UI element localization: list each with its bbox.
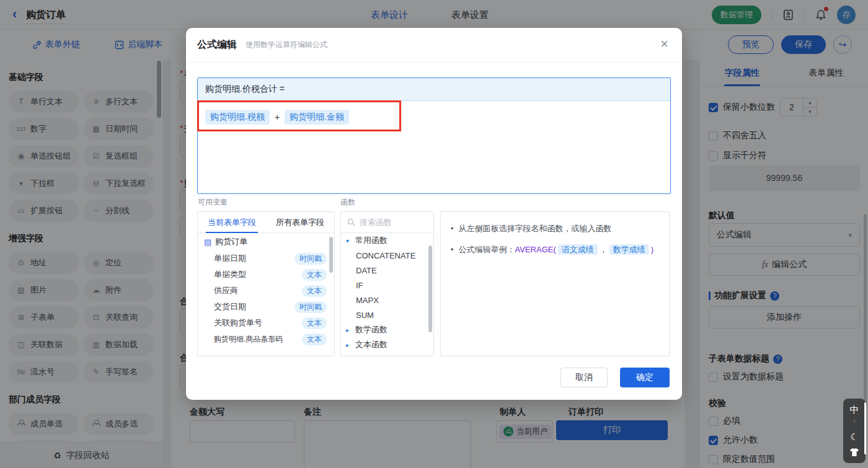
- formula-token-field[interactable]: 购货明细.税额: [205, 110, 270, 125]
- functions-panel: ▾ 常用函数 CONCATENATE DATE IF MAPX SUM ▸ 数学…: [340, 211, 434, 356]
- translate-lang-button[interactable]: 中: [850, 405, 859, 414]
- variable-row[interactable]: 供应商文本: [198, 283, 334, 299]
- variables-panel: 当前表单字段 所有表单字段 ▤ 购货订单 单据日期时间戳 单据类型文本 供应商文…: [197, 211, 335, 356]
- search-icon: [347, 218, 355, 226]
- variables-tree-root[interactable]: ▤ 购货订单: [198, 233, 334, 250]
- formula-edit-modal: 公式编辑 使用数学运算符编辑公式 × 购货明细.价税合计 = 购货明细.税额 +…: [186, 28, 682, 400]
- tip-text: 从左侧面板选择字段名和函数，或输入函数: [459, 222, 612, 236]
- function-group-text[interactable]: ▸ 文本函数: [341, 337, 433, 352]
- widget-scrollbar[interactable]: [864, 402, 866, 454]
- variable-type-badge: 文本: [302, 317, 327, 329]
- variable-type-badge: 时间戳: [294, 301, 327, 313]
- tip-text: 公式编辑举例：AVERAGE(语文成绩，数学成绩): [459, 243, 654, 257]
- formula-editor[interactable]: 购货明细.价税合计 = 购货明细.税额 + 购货明细.金额: [197, 77, 671, 194]
- confirm-button[interactable]: 确定: [620, 368, 670, 387]
- tab-all-form-fields[interactable]: 所有表单字段: [266, 212, 334, 232]
- theme-shirt-icon[interactable]: [849, 448, 859, 457]
- tree-root-label: 购货订单: [215, 236, 247, 247]
- tip-line-1: 从左侧面板选择字段名和函数，或输入函数: [451, 222, 659, 236]
- chevron-down-icon: ▾: [346, 237, 352, 244]
- variable-row[interactable]: 交货日期时间戳: [198, 299, 334, 315]
- variable-row[interactable]: 关联购货单号文本: [198, 315, 334, 331]
- function-group-label: 文本函数: [355, 339, 388, 350]
- function-search: [341, 212, 433, 233]
- example-field-chip: 数学成绩: [609, 244, 649, 255]
- chevron-right-icon: ▸: [346, 342, 352, 348]
- function-group-math[interactable]: ▸ 数学函数: [341, 322, 433, 337]
- dark-mode-moon-icon[interactable]: ☾: [850, 432, 858, 441]
- cancel-button[interactable]: 取消: [560, 368, 608, 387]
- formula-expression[interactable]: 购货明细.税额 + 购货明细.金额: [198, 101, 670, 133]
- function-item[interactable]: MAPX: [341, 293, 433, 307]
- formula-token-field[interactable]: 购货明细.金额: [285, 110, 349, 125]
- functions-scrollbar[interactable]: [428, 245, 432, 332]
- variable-row[interactable]: 单据日期时间戳: [198, 250, 334, 267]
- function-group-label: 常用函数: [355, 235, 388, 246]
- variables-section-label: 可用变量: [198, 197, 228, 208]
- variable-type-badge: 文本: [302, 269, 327, 281]
- function-item[interactable]: DATE: [341, 263, 433, 278]
- function-search-input[interactable]: [360, 218, 422, 227]
- variable-type-badge: 文本: [302, 333, 327, 345]
- toggle-mark-icon[interactable]: ʼ: [854, 420, 855, 426]
- variable-name: 单据类型: [214, 269, 246, 280]
- variable-name: 供应商: [214, 285, 238, 296]
- variable-type-badge: 文本: [302, 285, 327, 297]
- function-item[interactable]: SUM: [341, 307, 433, 322]
- modal-subtitle: 使用数学运算符编辑公式: [246, 40, 327, 50]
- functions-section-label: 函数: [340, 197, 355, 208]
- close-icon[interactable]: ×: [660, 37, 668, 51]
- modal-title: 公式编辑: [197, 38, 237, 51]
- function-item[interactable]: CONCATENATE: [341, 248, 433, 263]
- formula-target: 购货明细.价税合计 =: [205, 84, 285, 95]
- tip-line-2: 公式编辑举例：AVERAGE(语文成绩，数学成绩): [451, 243, 659, 257]
- function-item[interactable]: IF: [341, 278, 433, 293]
- variable-row[interactable]: 购货明细.商品条形码文本: [198, 331, 334, 347]
- tab-current-form-fields[interactable]: 当前表单字段: [198, 212, 266, 232]
- variable-name: 购货明细.商品条形码: [214, 334, 283, 345]
- function-group-label: 数学函数: [355, 324, 388, 335]
- function-name-example: AVERAGE(: [515, 245, 556, 254]
- variables-tabs: 当前表单字段 所有表单字段: [198, 212, 334, 233]
- function-group-common[interactable]: ▾ 常用函数: [341, 233, 433, 248]
- floating-extension-widget: 中 ʼ ☾: [843, 399, 866, 463]
- formula-operator: +: [275, 112, 280, 122]
- chevron-right-icon: ▸: [346, 327, 352, 333]
- form-doc-icon: ▤: [204, 237, 211, 247]
- variable-name: 单据日期: [214, 253, 246, 264]
- tips-panel: 从左侧面板选择字段名和函数，或输入函数 公式编辑举例：AVERAGE(语文成绩，…: [440, 211, 670, 356]
- function-close-paren: ): [651, 245, 653, 254]
- variable-name: 交货日期: [214, 301, 246, 312]
- example-field-chip: 语文成绩: [558, 244, 598, 255]
- app-screen: ‹ 购货订单 表单设计 表单设置 数据管理: [0, 0, 868, 468]
- modal-footer: 取消 确定: [560, 368, 670, 387]
- variable-name: 关联购货单号: [214, 317, 262, 329]
- variable-row[interactable]: 单据类型文本: [198, 267, 334, 283]
- variable-type-badge: 时间戳: [294, 253, 327, 265]
- formula-target-band: 购货明细.价税合计 =: [198, 78, 670, 101]
- modal-header: 公式编辑 使用数学运算符编辑公式: [186, 28, 682, 63]
- variables-scrollbar[interactable]: [329, 237, 333, 273]
